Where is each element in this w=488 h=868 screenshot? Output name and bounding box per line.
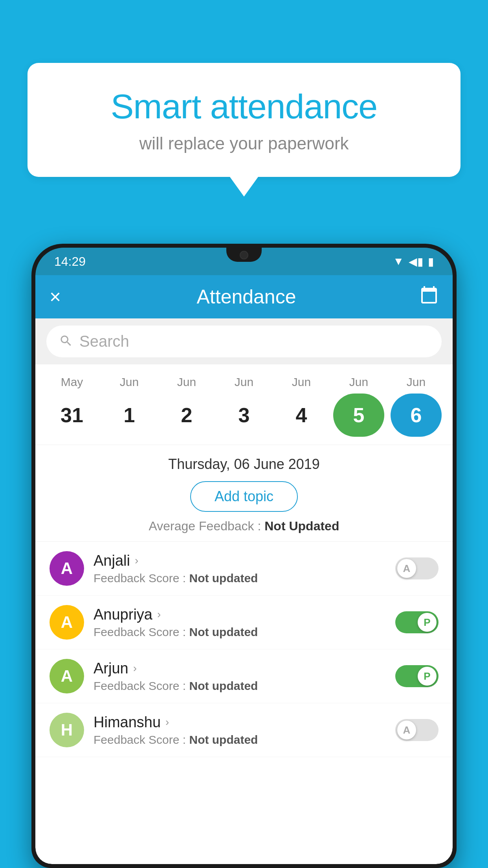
- student-info-arjun: Arjun › Feedback Score : Not updated: [94, 660, 386, 693]
- search-bar-wrapper: Search: [35, 318, 453, 364]
- toggle-knob-arjun: P: [418, 667, 437, 686]
- student-list: A Anjali › Feedback Score : Not updated: [35, 542, 453, 757]
- add-topic-button[interactable]: Add topic: [190, 481, 298, 512]
- selected-date-section: Thursday, 06 June 2019 Add topic Average…: [35, 445, 453, 542]
- date-row: 31 1 2 3 4 5 6: [43, 394, 445, 437]
- content-area: Search May Jun Jun Jun Jun Jun Jun: [35, 318, 453, 864]
- student-info-himanshu: Himanshu › Feedback Score : Not updated: [94, 714, 386, 747]
- avatar-arjun: A: [50, 659, 84, 693]
- month-row: May Jun Jun Jun Jun Jun Jun: [43, 375, 445, 389]
- month-label-3: Jun: [218, 375, 270, 389]
- search-placeholder: Search: [79, 333, 129, 350]
- avg-feedback-value: Not Updated: [264, 519, 339, 533]
- student-feedback-himanshu: Feedback Score : Not updated: [94, 733, 386, 747]
- calendar-button[interactable]: [420, 285, 438, 308]
- chevron-icon: ›: [135, 554, 138, 567]
- status-icons: ▼ ◀▮ ▮: [393, 255, 434, 268]
- student-item-anjali[interactable]: A Anjali › Feedback Score : Not updated: [35, 542, 453, 596]
- student-name-anjali: Anjali ›: [94, 552, 386, 569]
- student-item-arjun[interactable]: A Arjun › Feedback Score : Not updated: [35, 649, 453, 703]
- speech-bubble: Smart attendance will replace your paper…: [28, 63, 460, 177]
- student-info-anjali: Anjali › Feedback Score : Not updated: [94, 552, 386, 585]
- attendance-toggle-anjali[interactable]: A: [395, 557, 438, 579]
- chevron-icon: ›: [165, 716, 169, 728]
- date-5-today[interactable]: 5: [333, 394, 384, 437]
- bubble-subtitle: will replace your paperwork: [59, 134, 429, 153]
- month-label-5: Jun: [333, 375, 384, 389]
- phone-inner: 14:29 ▼ ◀▮ ▮ × Attendance: [35, 248, 453, 864]
- phone-screen: 14:29 ▼ ◀▮ ▮ × Attendance: [35, 248, 453, 864]
- month-label-6: Jun: [391, 375, 442, 389]
- avatar-anjali: A: [50, 551, 84, 586]
- month-label-4: Jun: [276, 375, 327, 389]
- calendar-strip: May Jun Jun Jun Jun Jun Jun 31 1 2 3 4: [35, 364, 453, 445]
- search-icon: [59, 334, 73, 349]
- avg-feedback: Average Feedback : Not Updated: [43, 519, 445, 533]
- speech-bubble-tail: [230, 177, 258, 197]
- student-info-anupriya: Anupriya › Feedback Score : Not updated: [94, 606, 386, 639]
- phone-camera: [240, 251, 248, 259]
- date-3[interactable]: 3: [218, 394, 270, 437]
- avatar-himanshu: H: [50, 713, 84, 747]
- date-1[interactable]: 1: [104, 394, 155, 437]
- student-name-himanshu: Himanshu ›: [94, 714, 386, 731]
- signal-icon: ◀▮: [409, 255, 423, 268]
- student-feedback-anjali: Feedback Score : Not updated: [94, 572, 386, 585]
- toggle-knob-anupriya: P: [418, 613, 437, 632]
- bubble-title: Smart attendance: [59, 86, 429, 127]
- student-feedback-arjun: Feedback Score : Not updated: [94, 679, 386, 693]
- chevron-icon: ›: [157, 608, 161, 621]
- month-label-1: Jun: [104, 375, 155, 389]
- close-button[interactable]: ×: [50, 285, 73, 308]
- phone-frame: 14:29 ▼ ◀▮ ▮ × Attendance: [31, 244, 457, 868]
- selected-date-text: Thursday, 06 June 2019: [43, 456, 445, 473]
- app-bar-title: Attendance: [73, 285, 420, 308]
- month-label-2: Jun: [161, 375, 212, 389]
- toggle-knob-himanshu: A: [397, 721, 416, 739]
- date-4[interactable]: 4: [276, 394, 327, 437]
- attendance-toggle-anupriya[interactable]: P: [395, 611, 438, 633]
- chevron-icon: ›: [133, 662, 137, 675]
- date-31[interactable]: 31: [46, 394, 97, 437]
- student-item-anupriya[interactable]: A Anupriya › Feedback Score : Not update…: [35, 596, 453, 649]
- date-6-selected[interactable]: 6: [391, 394, 442, 437]
- search-bar[interactable]: Search: [46, 326, 442, 357]
- battery-icon: ▮: [428, 255, 434, 268]
- student-name-anupriya: Anupriya ›: [94, 606, 386, 623]
- avg-feedback-label: Average Feedback :: [149, 519, 261, 533]
- student-feedback-anupriya: Feedback Score : Not updated: [94, 625, 386, 639]
- month-label-0: May: [46, 375, 97, 389]
- toggle-knob-anjali: A: [397, 559, 416, 578]
- date-2[interactable]: 2: [161, 394, 212, 437]
- attendance-toggle-himanshu[interactable]: A: [395, 719, 438, 741]
- student-item-himanshu[interactable]: H Himanshu › Feedback Score : Not update…: [35, 703, 453, 757]
- phone-notch: [226, 248, 262, 262]
- status-time: 14:29: [54, 254, 86, 269]
- student-name-arjun: Arjun ›: [94, 660, 386, 677]
- wifi-icon: ▼: [393, 255, 404, 268]
- app-bar: × Attendance: [35, 275, 453, 318]
- speech-bubble-wrapper: Smart attendance will replace your paper…: [28, 63, 460, 197]
- avatar-anupriya: A: [50, 605, 84, 640]
- attendance-toggle-arjun[interactable]: P: [395, 665, 438, 687]
